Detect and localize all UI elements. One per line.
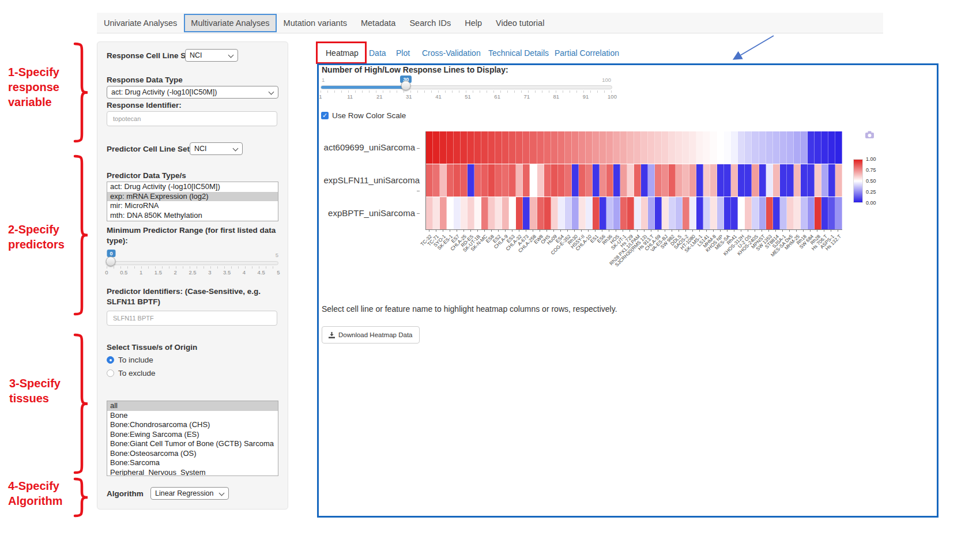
heatmap-cell xyxy=(766,197,773,229)
heatmap-cell xyxy=(634,164,641,197)
list-option[interactable]: Peripheral_Nervous_System xyxy=(107,468,278,477)
row-color-scale-checkbox[interactable]: ✓ xyxy=(321,112,329,119)
annotation-step2: 2-Specify predictors xyxy=(8,222,78,252)
heatmap-cell xyxy=(593,164,600,197)
heatmap-x-tick xyxy=(741,230,741,232)
predictor-cell-line-set-select[interactable]: NCI xyxy=(190,142,243,155)
tissue-listbox[interactable]: allBoneBone:Chondrosarcoma (CHS)Bone:Ewi… xyxy=(107,401,278,476)
nav-item-video-tutorial[interactable]: Video tutorial xyxy=(489,14,551,32)
predictor-identifiers-input[interactable] xyxy=(107,311,277,326)
download-heatmap-data-button[interactable]: Download Heatmap Data xyxy=(322,326,420,344)
nav-item-help[interactable]: Help xyxy=(458,14,489,32)
heatmap-x-tick xyxy=(665,230,665,232)
heatmap-x-tick xyxy=(692,230,693,232)
heatmap-cell xyxy=(710,131,717,164)
heatmap-x-tick xyxy=(498,230,499,232)
heatmap-x-tick xyxy=(526,230,526,232)
min-predictor-range-handle[interactable] xyxy=(106,256,116,266)
list-option[interactable]: Bone xyxy=(107,411,278,421)
heatmap-x-tick xyxy=(463,230,464,232)
list-option[interactable]: Bone:Sarcoma xyxy=(107,458,278,468)
nav-item-metadata[interactable]: Metadata xyxy=(354,14,402,32)
response-identifier-input[interactable] xyxy=(107,111,277,126)
brace-step1 xyxy=(73,42,90,143)
min-predictor-range-track[interactable] xyxy=(107,261,278,265)
slider-tick-label: 91 xyxy=(583,93,589,100)
list-option[interactable]: Bone:Giant Cell Tumor of Bone (GCTB) Sar… xyxy=(107,439,278,449)
heatmap-cell xyxy=(773,197,780,229)
heatmap-cell xyxy=(593,197,600,229)
tab-technical-details[interactable]: Technical Details xyxy=(488,48,549,58)
heatmap-x-tick xyxy=(533,230,533,232)
annotation-arrow xyxy=(726,33,778,63)
tab-plot[interactable]: Plot xyxy=(396,48,410,58)
tab-data[interactable]: Data xyxy=(369,48,386,58)
heatmap-x-tick xyxy=(623,230,623,232)
heatmap-cell xyxy=(835,197,842,229)
list-option[interactable]: Bone:Chondrosarcoma (CHS) xyxy=(107,420,278,430)
slider-tick-label: 1 xyxy=(319,93,322,100)
heatmap-cell xyxy=(495,197,502,229)
heatmap-cell xyxy=(502,164,509,197)
list-option[interactable]: all xyxy=(107,401,278,411)
list-option[interactable]: mth: DNA 850K Methylation xyxy=(107,211,278,221)
heatmap-cell xyxy=(572,197,579,229)
heatmap-cell xyxy=(696,164,703,197)
response-data-type-select[interactable]: act: Drug Activity (-log10[IC50M]) xyxy=(107,86,278,99)
heatmap-cell xyxy=(593,131,600,164)
heatmap-cell xyxy=(766,164,773,197)
min-predictor-range-label: Minimum Predictor Range (for first liste… xyxy=(107,225,280,246)
response-lines-track[interactable] xyxy=(321,85,612,89)
predictor-data-types-listbox[interactable]: act: Drug Activity (-log10[IC50M])exp: m… xyxy=(107,182,278,221)
list-option[interactable]: exp: mRNA Expression (log2) xyxy=(107,192,278,202)
algorithm-select[interactable]: Linear Regression xyxy=(150,487,229,500)
nav-item-multivariate-analyses[interactable]: Multivariate Analyses xyxy=(184,14,276,32)
heatmap-cell xyxy=(474,131,481,164)
tab-cross-validation[interactable]: Cross-Validation xyxy=(422,48,481,58)
heatmap-cell xyxy=(717,197,724,229)
heatmap-cell xyxy=(558,131,565,164)
heatmap-cell xyxy=(600,131,606,164)
heatmap-cell xyxy=(620,164,627,197)
list-option[interactable]: act: Drug Activity (-log10[IC50M]) xyxy=(107,182,278,192)
heatmap-x-tick xyxy=(672,230,672,232)
heatmap-row-label-act609699_uniSarcoma[interactable]: act609699_uniSarcoma xyxy=(321,142,420,152)
heatmap-cell xyxy=(662,164,669,197)
heatmap-cell xyxy=(710,164,717,197)
tissue-exclude-radio[interactable]: To exclude xyxy=(107,369,156,378)
heatmap-cell xyxy=(530,131,537,164)
tissue-include-radio[interactable]: To include xyxy=(107,356,153,364)
response-lines-handle[interactable] xyxy=(401,81,411,90)
heatmap-row-label-expBPTF_uniSarcoma[interactable]: expBPTF_uniSarcoma xyxy=(321,208,420,218)
camera-icon[interactable] xyxy=(865,130,875,139)
heatmap-cell xyxy=(648,131,655,164)
heatmap-cell xyxy=(655,197,662,229)
heatmap-cell xyxy=(606,164,613,197)
heatmap-cell xyxy=(669,197,676,229)
nav-item-search-ids[interactable]: Search IDs xyxy=(402,14,458,32)
list-option[interactable]: Bone:Ewing Sarcoma (ES) xyxy=(107,430,278,440)
heatmap-x-tick xyxy=(477,230,478,232)
slider-tick-label: 0.5 xyxy=(120,269,127,276)
heatmap-row-label-expSLFN11_uniSarcoma[interactable]: expSLFN11_uniSarcoma xyxy=(321,175,420,195)
heatmap-cell xyxy=(787,164,794,197)
heatmap-cell xyxy=(551,164,558,197)
list-option[interactable]: Bone:Osteosarcoma (OS) xyxy=(107,449,278,459)
heatmap-x-tick xyxy=(699,230,700,232)
response-cell-line-set-select[interactable]: NCI xyxy=(185,49,238,62)
heatmap-x-tick xyxy=(817,230,817,232)
heatmap-cell xyxy=(586,197,593,229)
heatmap-x-tick xyxy=(616,230,616,232)
tab-partial-correlation[interactable]: Partial Correlation xyxy=(555,48,619,58)
heatmap-x-tick xyxy=(567,230,568,232)
heatmap-cell xyxy=(745,197,752,229)
nav-item-mutation-variants[interactable]: Mutation variants xyxy=(277,14,354,32)
heatmap-cell xyxy=(731,164,738,197)
heatmap-cell xyxy=(648,197,655,229)
list-option[interactable]: mir: MicroRNA xyxy=(107,201,278,211)
heatmap-cell xyxy=(606,131,613,164)
heatmap-cell xyxy=(495,164,502,197)
heatmap-cell xyxy=(780,131,787,164)
heatmap-cell xyxy=(468,164,474,197)
nav-item-univariate-analyses[interactable]: Univariate Analyses xyxy=(97,14,184,32)
